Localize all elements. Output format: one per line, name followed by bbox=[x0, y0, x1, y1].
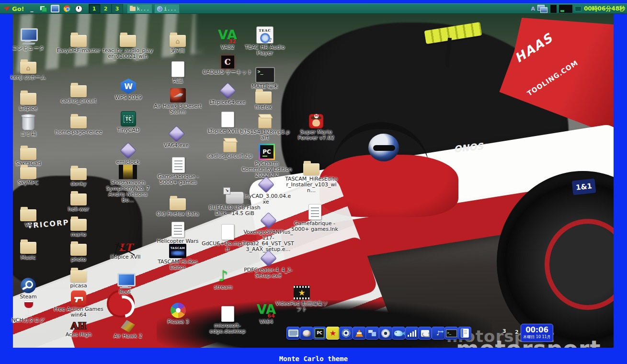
workspace-button-1[interactable]: 1 bbox=[89, 4, 100, 13]
icon-aces-high-label: Aces High bbox=[66, 332, 92, 338]
icon-stream-glyph: ♪ bbox=[218, 266, 228, 284]
icon-easydrf-master[interactable]: EasyDRF-master bbox=[52, 30, 105, 54]
go-menu-button[interactable]: Go! bbox=[0, 4, 28, 13]
icon-gamefabrique-label: Gamefabrique - 5000+ games bbox=[152, 174, 205, 185]
icon-wps-2019[interactable]: WWPS 2019 bbox=[102, 77, 155, 101]
input-method-indicator[interactable]: A bbox=[531, 6, 535, 12]
icon-easydrf-master-glyph bbox=[70, 30, 87, 47]
icon-firefox-folder[interactable]: firefox bbox=[237, 86, 290, 110]
icon-mario-folder[interactable]: mario bbox=[52, 214, 105, 238]
icon-dai7kai-folder[interactable]: ⌂第7回 bbox=[151, 30, 205, 54]
icon-air-hawk-2-label: Air Hawk 2 bbox=[114, 333, 142, 339]
icon-nch-catalog-label: NCHカタログ bbox=[11, 318, 45, 323]
icon-ltspice-folder-label: LTspice bbox=[19, 106, 37, 112]
icon-donky[interactable]: donky bbox=[52, 163, 105, 187]
window-thumbnail[interactable] bbox=[559, 5, 572, 13]
window-task-list: k...i... bbox=[127, 4, 180, 13]
icon-root-label: Root bbox=[119, 289, 131, 295]
icon-home-page-renee[interactable]: home-page-renee bbox=[52, 111, 105, 135]
system-tray: A 00時06分48秒 bbox=[531, 5, 627, 13]
icon-stream[interactable]: ♪stream bbox=[196, 266, 250, 290]
audio-converter-launcher[interactable]: ♪ bbox=[432, 327, 445, 340]
mail-tray-icon[interactable] bbox=[575, 6, 581, 11]
icon-va32-glyph: VA32 bbox=[218, 26, 237, 44]
icon-gamefabrique[interactable]: Gamefabrique - 5000+ games bbox=[151, 156, 205, 185]
icon-videopad-glyph: ★ bbox=[294, 283, 310, 300]
icon-computer[interactable]: コンピュータ bbox=[1, 27, 55, 51]
icon-air-hawk-2[interactable]: Air Hawk 2 bbox=[101, 315, 155, 339]
icon-ltspice-xvii-app-glyph: LT bbox=[115, 236, 136, 253]
gimp-launcher[interactable] bbox=[300, 327, 313, 340]
icon-photo-folder-glyph bbox=[70, 239, 87, 256]
go-menu-label: Go! bbox=[12, 5, 24, 12]
icon-aces-high[interactable]: AHAces High bbox=[52, 314, 105, 338]
icon-va64-exe[interactable]: VA64.exe bbox=[149, 125, 203, 148]
icon-photo-folder[interactable]: photo bbox=[52, 239, 105, 262]
icon-va-folder[interactable]: VA bbox=[1, 204, 55, 228]
icon-music-folder[interactable]: Music bbox=[1, 237, 55, 261]
icon-kion[interactable]: 気温 bbox=[151, 60, 205, 84]
icon-tinycad[interactable]: TCTinyCAD bbox=[102, 109, 155, 133]
icon-ltspice-xvii-app[interactable]: LTLTspice XVII bbox=[99, 236, 152, 260]
panel-clock[interactable]: 00時06分48秒 bbox=[584, 5, 625, 13]
image-viewer-launcher[interactable] bbox=[418, 327, 432, 340]
icon-cadlus-circuit-folder[interactable]: cadlus_circuit bbox=[52, 80, 105, 104]
icon-mario-folder-label: mario bbox=[71, 232, 86, 238]
icon-ltspice-folder[interactable]: LTspice bbox=[1, 88, 55, 112]
window-list-icon[interactable] bbox=[39, 5, 47, 12]
display-icon[interactable] bbox=[51, 5, 59, 12]
icon-teac-hr-audio-folder[interactable]: teac_hr_audio_player_v10021_win bbox=[101, 30, 155, 59]
icon-kenji-home-glyph: ⌂ bbox=[20, 57, 36, 74]
dual-monitor-icon[interactable] bbox=[537, 5, 548, 13]
swirl-app-launcher[interactable] bbox=[339, 327, 353, 340]
icon-videopad[interactable]: ★VideoPad 動画編集ソフト bbox=[275, 283, 329, 312]
pycharm-launcher[interactable]: PC bbox=[313, 327, 326, 340]
icon-air-hawk-3-glyph bbox=[170, 85, 186, 102]
icon-va64-exe-glyph bbox=[171, 125, 182, 142]
icon-shostakovich[interactable]: Shostakovich Symphony No. 7 Andris Nelso… bbox=[101, 162, 155, 203]
icon-voxengo-span-glyph bbox=[262, 211, 274, 228]
window-tiles-launcher[interactable] bbox=[365, 327, 379, 340]
taskbar-item-kenji-folder[interactable]: k... bbox=[127, 4, 153, 13]
icon-picasa-3[interactable]: Picasa 3 bbox=[151, 301, 205, 325]
icon-va64-label: VA64 bbox=[260, 319, 273, 325]
icon-kenji-home[interactable]: ⌂kenji のホーム bbox=[1, 57, 55, 80]
icon-emiclock-glyph bbox=[122, 141, 134, 159]
icon-heli-war[interactable]: heli-war bbox=[52, 188, 105, 212]
bluefish-launcher[interactable] bbox=[392, 327, 405, 340]
icon-air-hawk-3[interactable]: Air Hawk 3 Desert Storm bbox=[151, 85, 205, 115]
icon-picasa-3-glyph bbox=[171, 301, 186, 318]
icon-skympc-glyph bbox=[20, 162, 36, 179]
icon-trash[interactable]: ゴミ箱 bbox=[1, 113, 55, 137]
workspace-button-3[interactable]: 3 bbox=[112, 4, 123, 13]
icon-dai7kai-folder-glyph: ⌂ bbox=[170, 30, 186, 47]
window-thumbnail[interactable] bbox=[550, 5, 557, 13]
screenshot-launcher[interactable] bbox=[286, 327, 300, 340]
overlay-number-2: 2 bbox=[515, 329, 519, 335]
workspace-button-2[interactable]: 2 bbox=[100, 4, 112, 13]
terminal-launcher[interactable]: >_ bbox=[445, 327, 458, 340]
icon-super-mario-forever[interactable]: MSuper Mario Forever v7.02 bbox=[289, 111, 343, 141]
icon-steam[interactable]: Steam bbox=[1, 276, 55, 300]
icon-gdcu6-mp3-part[interactable]: GdCU6+Qo.mp3.part bbox=[201, 223, 254, 252]
notes-launcher[interactable] bbox=[458, 327, 471, 340]
show-desktop-button[interactable]: _ bbox=[28, 5, 36, 12]
maple-leaf-launcher[interactable]: ★ bbox=[326, 327, 340, 340]
icon-free-action-games-glyph bbox=[71, 288, 86, 306]
icon-photo-folder-label: photo bbox=[71, 257, 86, 262]
icon-tinycad-label: TinyCAD bbox=[117, 127, 140, 133]
icon-picasa-folder[interactable]: picasa bbox=[52, 265, 105, 289]
icon-kenji-home-label: kenji のホーム bbox=[11, 75, 46, 80]
audio-meter-launcher[interactable] bbox=[405, 327, 419, 340]
icon-gamefabrique-lnk[interactable]: Gamefabrique - 5000+ games.lnk bbox=[288, 203, 342, 232]
icon-nch-catalog[interactable]: NCHカタログ bbox=[1, 299, 55, 323]
taskbar-item-internet[interactable]: i... bbox=[154, 4, 180, 13]
disc-burner-launcher[interactable] bbox=[379, 327, 392, 340]
icon-old-firefox-data[interactable]: Old Firefox Data bbox=[151, 193, 205, 217]
icon-gdcu6-mp3-part-glyph bbox=[221, 223, 234, 240]
clock-icon[interactable] bbox=[75, 5, 83, 12]
chrome-icon[interactable] bbox=[63, 5, 71, 12]
vlc-launcher[interactable] bbox=[353, 327, 366, 340]
icon-skympc[interactable]: SkyMPC bbox=[1, 162, 55, 186]
icon-root[interactable]: Root bbox=[98, 271, 152, 295]
